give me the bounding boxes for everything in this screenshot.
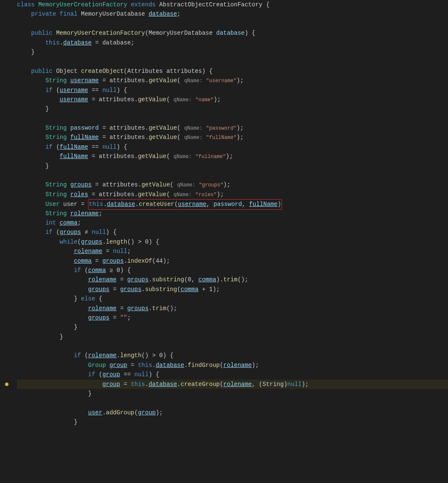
gutter-dot-28 (5, 259, 8, 263)
fn-length-26: length (106, 237, 127, 247)
line-21: String roles = attributes.getValue( qNam… (17, 190, 448, 199)
var-rolename-27: rolename (74, 247, 102, 256)
keyword-if-16: if (45, 142, 53, 152)
gutter-dot-12 (5, 107, 8, 111)
plain-60 (67, 209, 70, 218)
gutter-item-18 (0, 161, 14, 171)
var-user-44: user (88, 408, 102, 417)
brace-18: } (45, 161, 49, 171)
plain-1 (35, 0, 38, 9)
keyword-if-10: if (45, 86, 53, 95)
indent-20 (17, 180, 45, 189)
plain-19: ( (53, 86, 60, 95)
plain-40: ( (166, 152, 174, 161)
keyword-null-10: null (102, 86, 117, 95)
indent-30 (17, 275, 88, 284)
line-25: if (groups ≠ null) { (17, 228, 448, 237)
plain-77: ≥ (106, 266, 116, 275)
plain-33: ( (177, 133, 184, 142)
red-box-createUser: this.database.createUser(username, passw… (88, 199, 282, 209)
line-29: if (comma ≥ 0) { (17, 266, 448, 275)
line-45: } (17, 417, 448, 427)
str-empty-34: "" (120, 313, 127, 322)
gutter-dot-9 (5, 79, 8, 82)
indent-23 (17, 209, 45, 218)
plain-42: ); (226, 152, 233, 161)
type-string-20: String (45, 180, 66, 189)
gutter-item-9 (0, 76, 14, 85)
var-roles-21: roles (70, 190, 88, 199)
gutter-dot-4 (5, 31, 8, 35)
plain-76: ( (81, 266, 88, 275)
plain-11: = database; (91, 38, 134, 47)
plain-62 (56, 218, 59, 228)
gutter-item-34 (0, 313, 14, 322)
gutter-item-32 (0, 294, 14, 303)
indent-28 (17, 256, 74, 266)
gutter-dot-27 (5, 250, 8, 253)
line-9: String username = attributes.getValue( q… (17, 76, 448, 85)
plain-74: . (124, 256, 127, 266)
line-11: username = attributes.getValue( qName: "… (17, 95, 448, 104)
gutter-dot-34 (5, 316, 8, 319)
brace-42: } (88, 389, 91, 398)
plain-108: = (120, 380, 131, 389)
gutter-dot-40 (5, 373, 8, 376)
var-groups-30: groups (127, 275, 148, 284)
gutter-dot-24 (5, 221, 8, 225)
param-username-22: username (178, 201, 206, 208)
plain-65: ≠ (81, 228, 91, 237)
indent-24 (17, 218, 45, 228)
indent-25 (17, 228, 45, 237)
gutter-dot-7 (5, 60, 8, 64)
var-group-40: group (102, 370, 120, 379)
plain-110: . (177, 380, 180, 389)
plain-73: = (91, 256, 102, 266)
indent-5 (17, 38, 45, 47)
plain-97: () > (141, 351, 159, 360)
brace-45: } (74, 417, 77, 427)
plain-25: ); (214, 95, 221, 104)
gutter (0, 0, 14, 483)
fn-trim-30: trim (223, 275, 238, 284)
plain-64: ( (53, 228, 60, 237)
plain-83: ). (216, 275, 224, 284)
line-38: if (rolename.length() > 0) { (17, 351, 448, 360)
code-container: class MemoryUserCreationFactory extends … (0, 0, 448, 483)
indent-40 (17, 370, 88, 379)
plain-98: ) { (163, 351, 174, 360)
var-rolename-23: rolename (70, 209, 99, 218)
brace-35: } (74, 322, 77, 332)
plain-63: ; (77, 218, 81, 228)
indent-21 (17, 190, 45, 199)
gutter-dot-22 (5, 202, 8, 205)
qname-str-groups: "groups" (199, 181, 224, 189)
gutter-item-4 (0, 28, 14, 38)
fn-trim-33: trim (152, 304, 166, 313)
line-15: String fullName = attributes.getValue( q… (17, 133, 448, 142)
var-rolename-30: rolename (88, 275, 116, 284)
var-groups-20: groups (70, 180, 91, 189)
plain-81: ( (184, 275, 188, 284)
plain-90: = (116, 304, 127, 313)
line-35: } (17, 322, 448, 332)
gutter-item-37 (0, 341, 14, 351)
plain-116: ); (156, 408, 163, 417)
gutter-item-6 (0, 47, 14, 57)
indent-2 (17, 9, 31, 19)
indent-34 (17, 313, 88, 322)
gutter-item-22 (0, 199, 14, 208)
field-database-5: database (63, 38, 91, 47)
num-0-30: 0 (188, 275, 191, 284)
gutter-dot-33 (5, 307, 8, 310)
indent-29 (17, 266, 74, 275)
keyword-while-26: while (60, 237, 77, 247)
plain-12: Object (53, 67, 81, 76)
indent-31 (17, 285, 88, 294)
gutter-item-19 (0, 171, 14, 180)
keyword-class: class (17, 0, 35, 9)
gutter-dot-26 (5, 240, 8, 244)
plain-53: user = (60, 200, 88, 209)
gutter-item-23 (0, 209, 14, 218)
indent-44 (17, 408, 88, 417)
